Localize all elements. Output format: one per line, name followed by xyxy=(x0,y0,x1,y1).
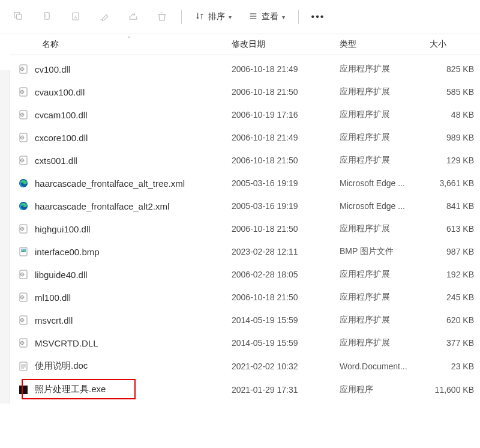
file-row[interactable]: haarcascade_frontalface_alt2.xml2005-03-… xyxy=(10,195,480,217)
rename-button[interactable] xyxy=(92,6,116,28)
file-row[interactable]: cvcam100.dll2006-10-19 17:16应用程序扩展48 KB xyxy=(10,103,480,126)
file-name: MSVCRTD.DLL xyxy=(35,338,98,348)
file-name: cxcore100.dll xyxy=(35,133,88,143)
file-name-cell: msvcrt.dll xyxy=(18,315,232,325)
dll-file-icon xyxy=(18,155,29,166)
file-size: 129 KB xyxy=(430,156,480,165)
svg-point-19 xyxy=(22,160,23,161)
svg-point-30 xyxy=(22,274,23,275)
file-list: cv100.dll2006-10-18 21:49应用程序扩展825 KBcva… xyxy=(10,55,480,404)
header-type[interactable]: 类型 xyxy=(340,34,430,55)
svg-point-27 xyxy=(22,249,23,250)
svg-point-33 xyxy=(22,297,23,298)
file-date: 2021-02-02 10:32 xyxy=(232,362,340,371)
file-row[interactable]: libguide40.dll2006-02-28 18:05应用程序扩展192 … xyxy=(10,263,480,286)
dll-file-icon xyxy=(18,132,29,143)
file-date: 2006-10-18 21:50 xyxy=(232,156,340,165)
paste-button[interactable]: A xyxy=(64,6,88,28)
file-name: ml100.dll xyxy=(35,292,71,303)
file-name: libguide40.dll xyxy=(35,270,88,280)
file-type: 应用程序扩展 xyxy=(340,64,430,74)
file-type: 应用程序扩展 xyxy=(340,315,430,325)
delete-button[interactable] xyxy=(150,6,174,28)
header-size[interactable]: 大小 xyxy=(430,34,480,55)
sort-indicator-icon: ⌃ xyxy=(127,35,131,42)
dll-file-icon xyxy=(18,315,29,325)
header-name[interactable]: 名称 ⌃ xyxy=(10,34,232,55)
file-row[interactable]: cxcore100.dll2006-10-18 21:49应用程序扩展989 K… xyxy=(10,126,480,149)
dll-file-icon xyxy=(18,269,29,280)
separator xyxy=(181,10,182,24)
file-date: 2006-10-18 21:50 xyxy=(232,292,340,302)
share-button[interactable] xyxy=(121,6,145,28)
file-type: 应用程序扩展 xyxy=(340,86,430,97)
svg-point-24 xyxy=(22,228,23,229)
file-date: 2023-02-28 12:11 xyxy=(232,247,340,256)
svg-text:A: A xyxy=(74,15,77,19)
file-type: Microsoft Edge ... xyxy=(340,178,430,188)
file-name: highgui100.dll xyxy=(35,224,91,234)
file-row[interactable]: 照片处理工具.exe2021-01-29 17:31应用程序11,600 KB xyxy=(10,378,480,401)
file-name-cell: haarcascade_frontalface_alt_tree.xml xyxy=(18,178,232,189)
file-type: BMP 图片文件 xyxy=(340,246,430,257)
doc-file-icon xyxy=(18,361,29,372)
file-name: haarcascade_frontalface_alt2.xml xyxy=(35,201,169,211)
file-size: 841 KB xyxy=(430,201,480,211)
column-headers: 名称 ⌃ 修改日期 类型 大小 xyxy=(10,34,480,55)
file-size: 48 KB xyxy=(430,110,480,120)
file-row[interactable]: msvcrt.dll2014-05-19 15:59应用程序扩展620 KB xyxy=(10,309,480,331)
file-row[interactable]: haarcascade_frontalface_alt_tree.xml2005… xyxy=(10,172,480,195)
file-row[interactable]: interface00.bmp2023-02-28 12:11BMP 图片文件9… xyxy=(10,240,480,263)
file-size: 11,600 KB xyxy=(430,385,480,395)
file-date: 2006-10-18 21:50 xyxy=(232,87,340,97)
file-row[interactable]: cv100.dll2006-10-18 21:49应用程序扩展825 KB xyxy=(10,58,480,80)
toolbar: A 排序 ▾ 查看 ▾ ••• xyxy=(0,0,480,34)
file-row[interactable]: MSVCRTD.DLL2014-05-19 15:59应用程序扩展377 KB xyxy=(10,331,480,354)
chevron-down-icon: ▾ xyxy=(229,14,232,20)
dll-file-icon xyxy=(18,86,29,97)
view-dropdown[interactable]: 查看 ▾ xyxy=(242,8,291,26)
file-name-cell: cxcore100.dll xyxy=(18,132,232,143)
file-row[interactable]: ml100.dll2006-10-18 21:50应用程序扩展245 KB xyxy=(10,286,480,309)
file-name-cell: cvcam100.dll xyxy=(18,109,232,120)
file-date: 2006-10-19 17:16 xyxy=(232,110,340,120)
file-name-cell: cxts001.dll xyxy=(18,155,232,166)
file-size: 3,661 KB xyxy=(430,178,480,188)
file-size: 377 KB xyxy=(430,338,480,348)
file-row[interactable]: highgui100.dll2006-10-18 21:50应用程序扩展613 … xyxy=(10,217,480,240)
file-size: 23 KB xyxy=(430,362,480,371)
file-row[interactable]: cvaux100.dll2006-10-18 21:50应用程序扩展585 KB xyxy=(10,80,480,103)
file-date: 2006-10-18 21:50 xyxy=(232,224,340,234)
file-date: 2014-05-19 15:59 xyxy=(232,338,340,348)
file-type: 应用程序扩展 xyxy=(340,155,430,166)
file-date: 2005-03-16 19:19 xyxy=(232,201,340,211)
more-button[interactable]: ••• xyxy=(306,6,330,28)
file-type: 应用程序扩展 xyxy=(340,269,430,280)
file-size: 825 KB xyxy=(430,64,480,74)
file-name-cell: MSVCRTD.DLL xyxy=(18,338,232,348)
file-type: 应用程序扩展 xyxy=(340,223,430,234)
sort-dropdown[interactable]: 排序 ▾ xyxy=(189,8,238,26)
file-size: 620 KB xyxy=(430,315,480,325)
copy-button[interactable] xyxy=(35,6,59,28)
header-date[interactable]: 修改日期 xyxy=(232,34,340,55)
sort-label: 排序 xyxy=(208,11,225,22)
file-name-cell: ml100.dll xyxy=(18,292,232,303)
file-row[interactable]: cxts001.dll2006-10-18 21:50应用程序扩展129 KB xyxy=(10,149,480,172)
file-size: 585 KB xyxy=(430,87,480,97)
file-name-cell: interface00.bmp xyxy=(18,246,232,257)
file-size: 989 KB xyxy=(430,133,480,142)
file-name: 照片处理工具.exe xyxy=(35,384,106,395)
file-type: 应用程序 xyxy=(340,384,430,395)
svg-point-13 xyxy=(22,114,23,115)
separator xyxy=(298,10,299,24)
file-name: 使用说明.doc xyxy=(35,360,88,372)
cut-button[interactable] xyxy=(6,6,30,28)
file-row[interactable]: 使用说明.doc2021-02-02 10:32Word.Document...… xyxy=(10,354,480,378)
file-type: 应用程序扩展 xyxy=(340,338,430,348)
scrollbar[interactable] xyxy=(0,70,10,404)
svg-point-16 xyxy=(22,137,23,138)
file-type: 应用程序扩展 xyxy=(340,109,430,120)
file-name-cell: 照片处理工具.exe xyxy=(18,384,232,395)
svg-point-7 xyxy=(22,68,23,70)
